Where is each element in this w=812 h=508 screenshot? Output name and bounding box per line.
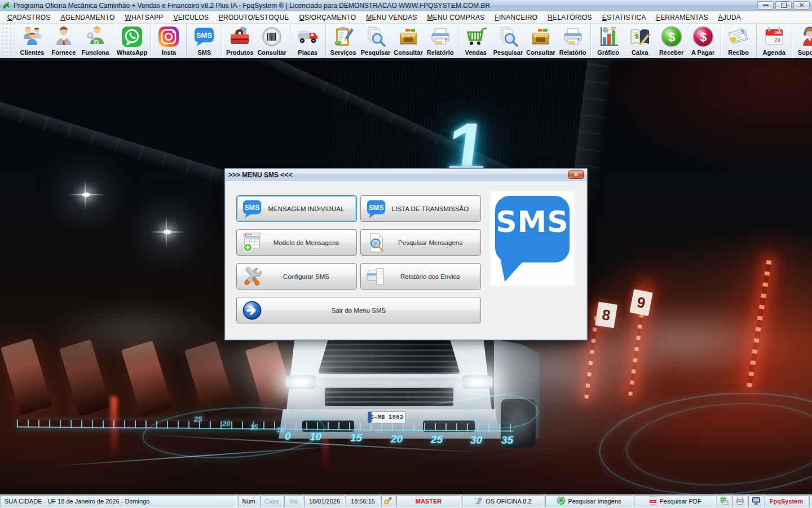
tools-icon [241, 266, 263, 287]
status-panel-time: 18:56:15 [346, 495, 380, 507]
status-panel-web-mail[interactable] [717, 495, 731, 507]
toolbar-item-funciona[interactable]: Funciona [80, 24, 111, 58]
printer-s-icon [735, 496, 744, 506]
menu-item-os-or-amento[interactable]: OS/ORÇAMENTO [294, 12, 361, 23]
menu-item-cadastros[interactable]: CADASTROS [2, 12, 56, 23]
toolbar-item-whatsapp[interactable]: WhatsApp [115, 24, 149, 58]
toolbar-item-consultar[interactable]: Consultar [524, 24, 557, 58]
menu-item-whatsapp[interactable]: WHATSAPP [120, 12, 169, 23]
toolbar-item-relat-rio[interactable]: Relatório [557, 24, 589, 58]
support-icon [797, 25, 812, 49]
toolbar-item-caixa[interactable]: $Caixa [624, 24, 656, 58]
toolbar-item-suporte[interactable]: Suporte [794, 24, 812, 58]
svg-text:SMS: SMS [369, 203, 384, 211]
menu-item-veiculos[interactable]: VEICULOS [169, 12, 214, 23]
toolbar-item-label: Pesquisar [361, 49, 391, 56]
dialog-title-bar[interactable]: >>> MENU SMS <<< ✕ [225, 169, 587, 181]
toolbar-group: ClientesForneceFunciona [15, 24, 113, 58]
fog [293, 365, 699, 461]
status-panel-keys-indicator [809, 495, 812, 507]
globe-mail-icon [720, 496, 729, 506]
chart-icon [596, 25, 621, 49]
menu-item-relat-rios[interactable]: RELATÓRIOS [542, 12, 597, 23]
pdf-icon: PDF [648, 496, 657, 506]
toolbar-item-insta[interactable]: Insta [153, 24, 184, 58]
toolbar-item-label: Consultar [257, 49, 286, 56]
menu-item-produto-estoque[interactable]: PRODUTO/ESTOQUE [214, 12, 294, 23]
toolbar-item-label: Clientes [20, 49, 45, 56]
toolbar-item-vendas[interactable]: Vendas [460, 24, 492, 58]
dialog-button-sair-do-menu-sms[interactable]: Sair do Menu SMS [236, 297, 481, 323]
people-group-icon [20, 25, 45, 49]
dialog-button-label: Sair do Menu SMS [332, 307, 386, 314]
toolbox-icon [227, 25, 252, 49]
status-panel-location-date: SUA CIDADE - UF 18 de Janeiro de 2026 - … [1, 495, 237, 507]
toolbar-item-pesquisar[interactable]: Pesquisar [492, 24, 525, 58]
dialog-button-label: LISTA DE TRANSMISSÃO [373, 205, 469, 212]
hud-ruler-number: 0 [285, 430, 291, 443]
clipboard-icon [331, 25, 356, 49]
status-panel-print[interactable] [732, 495, 747, 507]
dialog-button-pesquisar-mensagens[interactable]: Pesquisar Mensagens [360, 229, 481, 256]
toolbar: ClientesForneceFuncionaWhatsAppInstaSMSS… [0, 24, 812, 60]
status-panel-text: Pesquisar Imagens [568, 498, 621, 505]
restore-button[interactable] [775, 1, 792, 10]
toolbar-item-pesquisar[interactable]: Pesquisar [359, 24, 392, 58]
app-icon [2, 1, 11, 10]
status-panel-key-indicator [381, 495, 395, 507]
toolbar-item-receber[interactable]: $Receber [656, 24, 687, 58]
menu-item-ferramentas[interactable]: FERRAMENTAS [651, 12, 713, 23]
toolbar-item-label: Produtos [226, 49, 253, 56]
dialog-close-button[interactable]: ✕ [568, 170, 584, 179]
toolbar-item-recibo[interactable]: $Recibo [723, 24, 754, 58]
toolbar-item-gr-fico[interactable]: Gráfico [593, 24, 624, 58]
title-bar: Programa Oficina Mecânica Caminhão + Ven… [0, 0, 812, 11]
dialog-button-label: Pesquisar Mensagens [379, 239, 462, 246]
toolbar-grip [0, 24, 15, 58]
menu-item-financeiro[interactable]: FINANCEIRO [489, 12, 542, 23]
toolbar-item-clientes[interactable]: Clientes [16, 24, 48, 58]
toolbar-item-a-pagar[interactable]: $A Pagar [687, 24, 719, 58]
toolbar-item-produtos[interactable]: Produtos [224, 24, 255, 58]
toolbar-item-sms[interactable]: SMSSMS [188, 24, 220, 58]
toolbar-item-consultar[interactable]: Consultar [392, 24, 424, 58]
dialog-title: >>> MENU SMS <<< [228, 171, 568, 179]
dialog-button-relat-rio-dos-envios[interactable]: Relatório dos Envios [360, 263, 481, 290]
dialog-button-modelo-de-mensagens[interactable]: Modelo de Mensagens [236, 229, 357, 256]
fog [51, 303, 220, 357]
status-panel-search-images[interactable]: Pesquisar Imagens [545, 495, 633, 507]
menu-item-menu-compras[interactable]: MENU COMPRAS [422, 12, 490, 23]
toolbar-group: SMSSMS [187, 24, 222, 58]
status-panel-text: 18/01/2026 [309, 498, 340, 505]
toolbar-item-relat-rio[interactable]: Relatório [425, 24, 456, 58]
toolbar-item-label: Consultar [394, 49, 422, 56]
close-button[interactable]: ✕ [793, 1, 810, 10]
dialog-button-configurar-sms[interactable]: Configurar SMS [236, 263, 357, 290]
menu-item-estatistica[interactable]: ESTATISTICA [597, 12, 651, 23]
person-icon [51, 25, 76, 49]
toolbar-item-consultar[interactable]: Consultar [255, 24, 288, 58]
dialog-button-lista-de-transmiss-o[interactable]: SMSLISTA DE TRANSMISSÃO [360, 195, 481, 222]
menu-item-agendamento[interactable]: AGENDAMENTO [56, 12, 120, 23]
sms-bubble-icon: SMS [365, 198, 387, 220]
toolbar-item-agenda[interactable]: JAN29Agenda [758, 24, 790, 58]
status-panel-app-version: OS OFICINA 8.2 [462, 495, 544, 507]
status-bar: SUA CIDADE - UF 18 de Janeiro de 2026 - … [0, 494, 812, 508]
status-panel-caps-lock: Caps [261, 495, 283, 507]
toolbar-group: Placas [290, 24, 326, 58]
status-panel-search-pdf[interactable]: PDFPesquisar PDF [634, 495, 716, 507]
toolbar-item-servi-os[interactable]: Serviços [328, 24, 359, 58]
menu-item-menu-vendas[interactable]: MENU VENDAS [361, 12, 422, 23]
ledger-icon: $ [628, 25, 652, 49]
toolbar-item-fornece[interactable]: Fornece [48, 24, 80, 58]
toolbar-group: ProdutosConsultar [222, 24, 290, 58]
dialog-button-mensagem-individual[interactable]: SMSMENSAGEM INDIVIDUAL [236, 195, 357, 222]
sms-bubble-icon: SMS [241, 198, 263, 220]
status-panel-network[interactable] [748, 495, 764, 507]
minimize-button[interactable] [757, 1, 774, 10]
monitor-icon [752, 496, 761, 506]
toolbar-item-label: Relatório [559, 49, 586, 56]
toolbar-item-placas[interactable]: Placas [292, 24, 324, 58]
menu-item-ajuda[interactable]: AJUDA [713, 12, 746, 23]
svg-text:SMS: SMS [196, 31, 213, 40]
